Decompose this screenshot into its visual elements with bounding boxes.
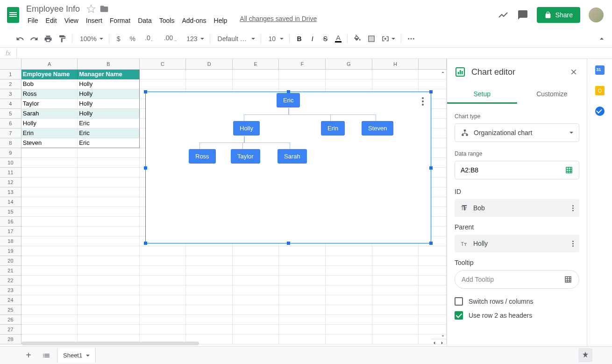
cell[interactable]	[279, 246, 326, 256]
cell[interactable]	[279, 266, 326, 276]
row-header[interactable]: 26	[0, 315, 21, 325]
comments-icon[interactable]	[517, 9, 528, 21]
cell[interactable]	[186, 246, 233, 256]
cell[interactable]: Eric	[78, 128, 139, 138]
row-header[interactable]: 3	[0, 89, 21, 99]
cell[interactable]	[233, 256, 279, 266]
row-header[interactable]: 6	[0, 119, 21, 128]
font-select[interactable]: Default (Ari...	[214, 33, 257, 45]
col-header[interactable]	[419, 59, 447, 70]
switch-rows-checkbox[interactable]: Switch rows / columns	[455, 297, 579, 306]
keep-icon[interactable]	[595, 86, 605, 95]
cell[interactable]	[186, 276, 233, 285]
row-header[interactable]: 17	[0, 227, 21, 236]
row-header[interactable]: 7	[0, 128, 21, 138]
cell[interactable]	[21, 178, 78, 187]
cell[interactable]	[140, 325, 186, 335]
cell[interactable]	[279, 285, 326, 295]
cell[interactable]	[140, 266, 186, 276]
select-all-corner[interactable]	[0, 59, 21, 70]
row-header[interactable]: 14	[0, 197, 21, 207]
cell[interactable]	[21, 148, 78, 158]
formula-input[interactable]	[17, 50, 612, 57]
cell[interactable]	[279, 305, 326, 315]
use-headers-checkbox[interactable]: Use row 2 as headers	[455, 311, 579, 320]
cell[interactable]	[326, 295, 372, 305]
cell[interactable]	[279, 315, 326, 325]
cell[interactable]	[21, 305, 78, 315]
row-header[interactable]: 11	[0, 168, 21, 178]
all-sheets-button[interactable]	[39, 349, 53, 363]
cell[interactable]	[186, 315, 233, 325]
col-header[interactable]: F	[279, 59, 326, 70]
cell[interactable]	[78, 325, 139, 335]
cell[interactable]	[78, 256, 139, 266]
cell[interactable]	[78, 178, 139, 187]
cell[interactable]	[78, 197, 139, 207]
col-header[interactable]: C	[140, 59, 186, 70]
row-header[interactable]: 1	[0, 70, 21, 79]
text-color-button[interactable]: A	[333, 33, 343, 45]
borders-button[interactable]	[365, 33, 377, 45]
cell[interactable]	[21, 187, 78, 197]
cell[interactable]	[78, 168, 139, 178]
cell[interactable]	[78, 295, 139, 305]
cell[interactable]	[233, 305, 279, 315]
col-header[interactable]: E	[233, 59, 279, 70]
row-header[interactable]: 8	[0, 138, 21, 148]
cell[interactable]	[233, 79, 279, 89]
menu-insert[interactable]: Insert	[83, 15, 106, 26]
cell[interactable]: Manager Name	[78, 70, 139, 79]
cell[interactable]	[78, 236, 139, 246]
row-header[interactable]: 24	[0, 295, 21, 305]
increase-decimal-button[interactable]: .00→	[160, 33, 181, 45]
cell[interactable]: Holly	[78, 89, 139, 99]
menu-addons[interactable]: Add-ons	[178, 15, 209, 26]
activity-icon[interactable]	[498, 9, 509, 21]
cell[interactable]: Bob	[21, 79, 78, 89]
col-header[interactable]: H	[372, 59, 419, 70]
cell[interactable]	[78, 187, 139, 197]
cell[interactable]: Eric	[78, 138, 139, 148]
cell[interactable]: Taylor	[21, 99, 78, 109]
cell[interactable]	[372, 256, 419, 266]
col-header[interactable]: G	[326, 59, 372, 70]
share-button[interactable]: Share	[537, 7, 580, 23]
cell[interactable]	[186, 256, 233, 266]
cell[interactable]	[21, 197, 78, 207]
cell[interactable]	[78, 217, 139, 227]
cell[interactable]	[78, 266, 139, 276]
redo-button[interactable]	[28, 33, 40, 45]
cell[interactable]	[372, 315, 419, 325]
add-sheet-button[interactable]: +	[21, 349, 36, 363]
cell[interactable]	[140, 79, 186, 89]
cell[interactable]	[326, 325, 372, 335]
calendar-icon[interactable]	[595, 65, 605, 75]
row-header[interactable]: 9	[0, 148, 21, 158]
font-size-select[interactable]: 10	[265, 33, 285, 45]
row-header[interactable]: 10	[0, 158, 21, 168]
row-header[interactable]: 4	[0, 99, 21, 109]
cell[interactable]	[233, 276, 279, 285]
collapse-toolbar-icon[interactable]	[597, 34, 606, 43]
row-header[interactable]: 27	[0, 325, 21, 335]
select-range-icon[interactable]	[565, 166, 573, 174]
id-field-chip[interactable]: Tᴛ Bob	[455, 199, 579, 217]
cell[interactable]	[140, 295, 186, 305]
row-header[interactable]: 19	[0, 246, 21, 256]
row-header[interactable]: 25	[0, 305, 21, 315]
cell[interactable]	[326, 70, 372, 79]
cell[interactable]: Holly	[78, 109, 139, 119]
cell[interactable]	[186, 325, 233, 335]
cell[interactable]	[372, 295, 419, 305]
chart-type-select[interactable]: Organizational chart	[455, 123, 579, 142]
cell[interactable]	[372, 79, 419, 89]
cell[interactable]	[21, 158, 78, 168]
cell[interactable]	[21, 227, 78, 236]
cell[interactable]: Erin	[21, 128, 78, 138]
cell[interactable]	[233, 70, 279, 79]
cell[interactable]	[372, 325, 419, 335]
vertical-scrollbar[interactable]	[439, 70, 447, 339]
cell[interactable]	[140, 305, 186, 315]
explore-button[interactable]	[578, 348, 592, 362]
